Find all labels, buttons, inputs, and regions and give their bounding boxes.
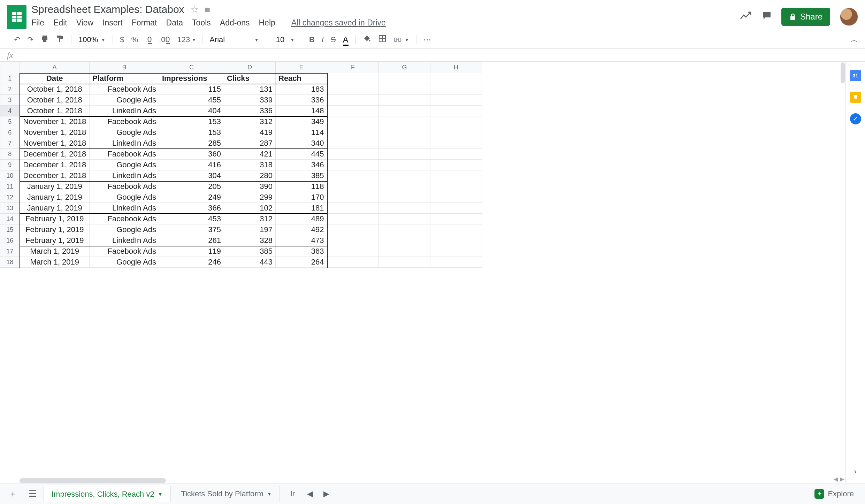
cell[interactable]: Facebook Ads bbox=[90, 214, 159, 224]
cell[interactable]: 360 bbox=[159, 149, 224, 160]
cell[interactable]: 280 bbox=[224, 170, 276, 181]
sheet-tab-menu-icon[interactable]: ▼ bbox=[158, 491, 163, 497]
add-sheet-icon[interactable]: ＋ bbox=[4, 488, 22, 500]
cell[interactable] bbox=[379, 170, 430, 181]
cell[interactable] bbox=[430, 246, 482, 257]
cell[interactable]: October 1, 2018 bbox=[20, 106, 90, 116]
scroll-right-icon[interactable]: ▶ bbox=[840, 476, 844, 482]
cell[interactable] bbox=[430, 235, 482, 246]
cell[interactable] bbox=[379, 192, 430, 203]
cell[interactable]: 114 bbox=[276, 127, 327, 138]
collapse-toolbar-icon[interactable]: ︿ bbox=[850, 35, 858, 45]
tab-scroll-left-icon[interactable]: ◀ bbox=[307, 489, 313, 498]
cell[interactable]: January 1, 2019 bbox=[20, 203, 90, 214]
row-header[interactable]: 17 bbox=[0, 246, 20, 257]
cell[interactable]: 473 bbox=[276, 235, 327, 246]
comments-icon[interactable] bbox=[762, 11, 772, 23]
row-header[interactable]: 11 bbox=[0, 181, 20, 192]
font-size-dropdown[interactable]: 10▼ bbox=[273, 35, 295, 44]
column-header-D[interactable]: D bbox=[224, 62, 276, 73]
cell[interactable]: 492 bbox=[276, 224, 327, 235]
cell[interactable]: 299 bbox=[224, 192, 276, 203]
cell[interactable] bbox=[430, 106, 482, 116]
column-header-G[interactable]: G bbox=[379, 62, 430, 73]
merge-cells-dropdown[interactable]: ▼ bbox=[393, 36, 409, 44]
column-header-B[interactable]: B bbox=[90, 62, 159, 73]
cell[interactable]: 118 bbox=[276, 181, 327, 192]
row-header[interactable]: 16 bbox=[0, 235, 20, 246]
cell[interactable]: 119 bbox=[159, 246, 224, 257]
cell[interactable] bbox=[327, 138, 379, 149]
cell[interactable]: January 1, 2019 bbox=[20, 181, 90, 192]
vertical-scrollbar[interactable] bbox=[841, 62, 845, 83]
keep-sidepanel-icon[interactable] bbox=[850, 92, 861, 103]
menu-edit[interactable]: Edit bbox=[53, 18, 67, 28]
cell[interactable]: 416 bbox=[159, 160, 224, 170]
cell[interactable]: 170 bbox=[276, 192, 327, 203]
cell[interactable]: November 1, 2018 bbox=[20, 127, 90, 138]
cell[interactable] bbox=[430, 160, 482, 170]
cell[interactable]: Google Ads bbox=[90, 160, 159, 170]
cell[interactable]: 390 bbox=[224, 181, 276, 192]
undo-icon[interactable]: ↶ bbox=[14, 35, 20, 44]
cell[interactable] bbox=[327, 246, 379, 257]
cell[interactable]: 197 bbox=[224, 224, 276, 235]
cell[interactable]: 366 bbox=[159, 203, 224, 214]
menu-view[interactable]: View bbox=[76, 18, 93, 28]
row-header[interactable]: 10 bbox=[0, 170, 20, 181]
text-color-icon[interactable]: A bbox=[343, 35, 349, 45]
cell[interactable] bbox=[379, 257, 430, 268]
cell[interactable]: Facebook Ads bbox=[90, 246, 159, 257]
cell[interactable]: 312 bbox=[224, 214, 276, 224]
strikethrough-icon[interactable]: S bbox=[331, 35, 336, 44]
collapse-sidepanel-icon[interactable]: › bbox=[854, 467, 857, 476]
cell[interactable]: Google Ads bbox=[90, 224, 159, 235]
more-toolbar-icon[interactable]: ⋯ bbox=[423, 35, 431, 44]
increase-decimal-icon[interactable]: .00̲ bbox=[159, 35, 170, 44]
cell[interactable]: Facebook Ads bbox=[90, 181, 159, 192]
column-header-E[interactable]: E bbox=[276, 62, 327, 73]
cell[interactable]: February 1, 2019 bbox=[20, 224, 90, 235]
cell[interactable]: Facebook Ads bbox=[90, 149, 159, 160]
move-to-folder-icon[interactable]: ■ bbox=[205, 4, 210, 15]
cell[interactable] bbox=[379, 246, 430, 257]
cell[interactable] bbox=[430, 138, 482, 149]
header-cell[interactable]: Clicks bbox=[224, 73, 276, 84]
cell[interactable]: Google Ads bbox=[90, 192, 159, 203]
row-header[interactable]: 3 bbox=[0, 95, 20, 106]
cell[interactable]: 375 bbox=[159, 224, 224, 235]
cell[interactable]: January 1, 2019 bbox=[20, 192, 90, 203]
cell[interactable] bbox=[379, 203, 430, 214]
row-header[interactable]: 4 bbox=[0, 106, 20, 116]
row-header[interactable]: 6 bbox=[0, 127, 20, 138]
menu-file[interactable]: File bbox=[31, 18, 44, 28]
cell[interactable]: Google Ads bbox=[90, 257, 159, 268]
menu-help[interactable]: Help bbox=[259, 18, 275, 28]
cell[interactable] bbox=[379, 116, 430, 127]
cell[interactable] bbox=[379, 106, 430, 116]
cell[interactable]: 246 bbox=[159, 257, 224, 268]
calendar-sidepanel-icon[interactable]: 31 bbox=[850, 70, 861, 81]
cell[interactable]: March 1, 2019 bbox=[20, 257, 90, 268]
cell[interactable] bbox=[327, 106, 379, 116]
cell[interactable] bbox=[430, 257, 482, 268]
column-header-C[interactable]: C bbox=[159, 62, 224, 73]
menu-add-ons[interactable]: Add-ons bbox=[220, 18, 250, 28]
cell[interactable] bbox=[379, 138, 430, 149]
cell[interactable] bbox=[379, 181, 430, 192]
column-header-H[interactable]: H bbox=[430, 62, 482, 73]
share-button[interactable]: Share bbox=[781, 8, 830, 26]
row-header[interactable]: 14 bbox=[0, 214, 20, 224]
cell[interactable]: 304 bbox=[159, 170, 224, 181]
menu-format[interactable]: Format bbox=[132, 18, 157, 28]
cell[interactable] bbox=[327, 160, 379, 170]
cell[interactable]: February 1, 2019 bbox=[20, 235, 90, 246]
cell[interactable] bbox=[379, 224, 430, 235]
cell[interactable]: 285 bbox=[159, 138, 224, 149]
redo-icon[interactable]: ↷ bbox=[27, 35, 33, 44]
cell[interactable]: March 1, 2019 bbox=[20, 246, 90, 257]
cell[interactable] bbox=[327, 181, 379, 192]
header-cell[interactable]: Platform bbox=[90, 73, 159, 84]
cell[interactable]: Google Ads bbox=[90, 95, 159, 106]
cell[interactable] bbox=[430, 116, 482, 127]
